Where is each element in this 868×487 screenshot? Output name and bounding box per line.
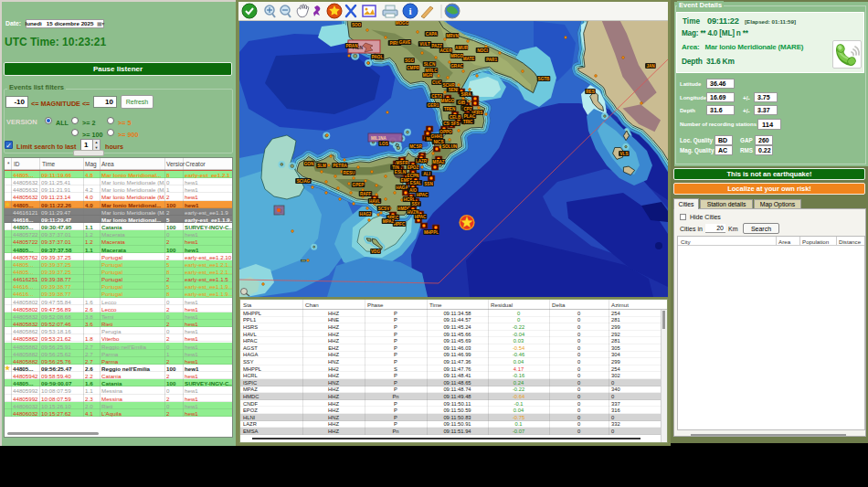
svg-text:RAFF: RAFF bbox=[360, 192, 371, 196]
svg-text:LOS: LOS bbox=[379, 142, 387, 146]
svg-text:HPAC: HPAC bbox=[417, 193, 429, 197]
svg-text:SLM: SLM bbox=[317, 164, 326, 168]
svg-text:CMPR: CMPR bbox=[407, 66, 419, 70]
svg-text:SIRA: SIRA bbox=[461, 92, 472, 97]
svg-text:MRVN: MRVN bbox=[446, 34, 459, 38]
svg-text:VDG: VDG bbox=[371, 249, 380, 254]
svg-text:RESU: RESU bbox=[344, 171, 355, 175]
svg-text:HAVL: HAVL bbox=[369, 199, 380, 204]
svg-text:PAOL: PAOL bbox=[372, 55, 384, 59]
svg-text:GPEP: GPEP bbox=[353, 183, 365, 187]
svg-text:MCSR: MCSR bbox=[409, 144, 422, 149]
svg-text:SFS: SFS bbox=[451, 122, 460, 126]
svg-text:MATE: MATE bbox=[463, 57, 475, 61]
svg-text:PRAN: PRAN bbox=[345, 44, 358, 48]
svg-text:SSY: SSY bbox=[411, 202, 419, 206]
svg-text:GIB: GIB bbox=[458, 101, 466, 105]
svg-text:GON: GON bbox=[304, 162, 314, 166]
svg-text:MBAZ: MBAZ bbox=[432, 160, 444, 164]
svg-text:SCSV: SCSV bbox=[378, 206, 390, 211]
svg-text:SCIAG: SCIAG bbox=[297, 179, 311, 184]
svg-text:MPAZ: MPAZ bbox=[383, 219, 395, 224]
svg-text:CAPA: CAPA bbox=[426, 32, 438, 37]
svg-text:SLCN: SLCN bbox=[424, 62, 436, 67]
svg-text:ALI: ALI bbox=[423, 172, 429, 176]
svg-text:ACER: ACER bbox=[439, 48, 452, 53]
svg-text:JAN: JAN bbox=[646, 64, 655, 69]
svg-text:MHPPL: MHPPL bbox=[424, 230, 439, 235]
svg-text:HPFC: HPFC bbox=[394, 222, 406, 227]
svg-text:SOO: SOO bbox=[352, 23, 362, 27]
svg-text:GAVE: GAVE bbox=[399, 40, 411, 45]
svg-text:PLAC: PLAC bbox=[464, 114, 476, 119]
svg-text:HAG2: HAG2 bbox=[360, 212, 372, 217]
svg-text:SENI: SENI bbox=[449, 88, 459, 92]
svg-text:GHH1: GHH1 bbox=[431, 134, 443, 139]
svg-text:LAZR: LAZR bbox=[416, 159, 428, 164]
svg-text:SGTB: SGTB bbox=[538, 77, 550, 81]
svg-text:SSN: SSN bbox=[424, 182, 433, 186]
svg-text:TRIC: TRIC bbox=[463, 120, 473, 124]
svg-text:GRAC: GRAC bbox=[450, 64, 463, 69]
svg-text:MGR: MGR bbox=[423, 73, 433, 78]
svg-text:TREN: TREN bbox=[444, 107, 456, 111]
svg-text:MOGG: MOGG bbox=[396, 21, 409, 26]
svg-text:SOLUN: SOLUN bbox=[442, 144, 458, 149]
svg-text:NOCI: NOCI bbox=[477, 48, 487, 53]
svg-text:VLS: VLS bbox=[620, 152, 629, 156]
svg-text:TIN: TIN bbox=[392, 165, 399, 170]
svg-text:CUC: CUC bbox=[432, 80, 442, 85]
svg-text:CPZ: CPZ bbox=[463, 107, 471, 111]
svg-text:ESLN: ESLN bbox=[395, 170, 407, 175]
svg-text:HAGA: HAGA bbox=[396, 185, 408, 190]
svg-text:AMUR: AMUR bbox=[455, 46, 468, 50]
svg-text:HPAC: HPAC bbox=[415, 215, 427, 219]
svg-text:CELB: CELB bbox=[450, 115, 461, 120]
svg-text:MMGO: MMGO bbox=[441, 99, 455, 103]
svg-text:ESAL: ESAL bbox=[410, 181, 421, 185]
svg-text:GER1: GER1 bbox=[428, 103, 439, 108]
svg-text:MIL1NA: MIL1NA bbox=[371, 136, 387, 141]
svg-text:PETRA: PETRA bbox=[333, 164, 347, 168]
svg-text:i: i bbox=[408, 5, 411, 16]
svg-text:EPOZ: EPOZ bbox=[408, 165, 419, 170]
svg-text:RES: RES bbox=[586, 90, 594, 94]
svg-text:MRGD: MRGD bbox=[450, 54, 464, 58]
svg-text:SGG: SGG bbox=[405, 58, 415, 63]
svg-text:PAR1: PAR1 bbox=[486, 58, 497, 62]
svg-text:VULT: VULT bbox=[419, 42, 430, 47]
